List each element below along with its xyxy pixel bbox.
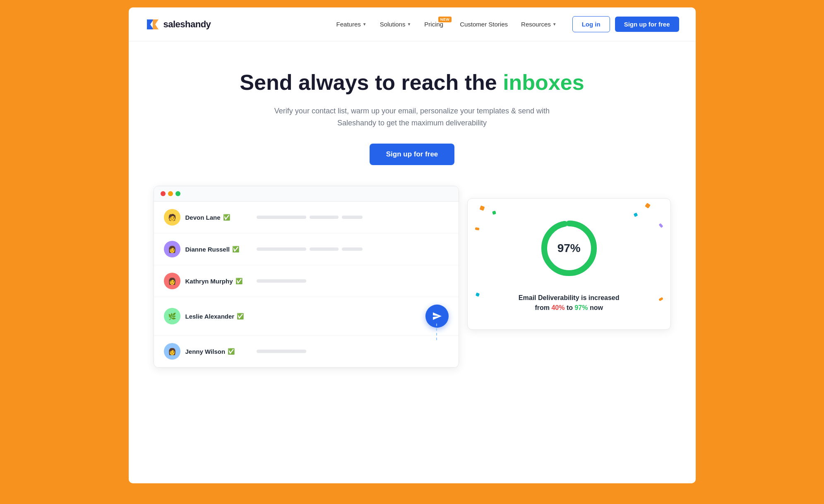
login-button[interactable]: Log in: [572, 16, 610, 32]
avatar: 👩: [164, 241, 180, 257]
titlebar-dot-green: [175, 191, 180, 196]
info-bar: [310, 216, 339, 219]
contact-row: 👩 Jenny Wilson ✅: [154, 336, 459, 367]
stats-description: Email Deliverability is increased from 4…: [519, 293, 620, 313]
new-badge: NEW: [438, 17, 452, 22]
page-wrapper: saleshandy Features ▼ Solutions ▼ Pricin…: [129, 7, 696, 483]
chevron-down-icon: ▼: [553, 22, 557, 26]
verified-icon: ✅: [223, 214, 230, 221]
avatar: 🌿: [164, 308, 180, 324]
dashed-line: [436, 324, 437, 340]
signup-button-nav[interactable]: Sign up for free: [615, 17, 679, 32]
avatar: 👩: [164, 343, 180, 360]
contact-info-bars: [257, 350, 449, 353]
to-percentage: 97%: [574, 304, 588, 311]
info-bar: [342, 216, 363, 219]
contact-info-bars: [257, 279, 449, 283]
verified-icon: ✅: [235, 278, 243, 284]
contact-name: Jenny Wilson ✅: [185, 348, 252, 355]
hero-section: Send always to reach the inboxes Verify …: [129, 41, 696, 186]
nav-item-features[interactable]: Features ▼: [331, 17, 372, 31]
svg-marker-0: [147, 19, 154, 29]
chevron-down-icon: ▼: [407, 22, 411, 26]
titlebar-dot-yellow: [168, 191, 173, 196]
contact-name: Kathryn Murphy ✅: [185, 278, 252, 285]
contact-row: 👩 Kathryn Murphy ✅: [154, 265, 459, 297]
avatar: 🧑: [164, 209, 180, 226]
contact-list: 🧑 Devon Lane ✅ 👩 Dianne Russel: [154, 202, 459, 367]
donut-center-text: 97%: [557, 242, 581, 255]
signup-button-hero[interactable]: Sign up for free: [370, 144, 455, 165]
donut-chart: 97%: [536, 215, 602, 281]
avatar: 👩: [164, 273, 180, 289]
app-mockup: 🧑 Devon Lane ✅ 👩 Dianne Russel: [154, 186, 459, 368]
contact-name: Dianne Russell ✅: [185, 246, 252, 253]
contact-info-bars: [257, 305, 449, 328]
contact-info-bars: [257, 216, 449, 219]
contact-row: 🧑 Devon Lane ✅: [154, 202, 459, 233]
navbar: saleshandy Features ▼ Solutions ▼ Pricin…: [129, 7, 696, 41]
confetti: [645, 203, 651, 209]
info-bar: [342, 247, 363, 251]
svg-marker-1: [153, 19, 159, 29]
titlebar-dot-red: [161, 191, 166, 196]
send-fab-button[interactable]: [425, 305, 449, 328]
confetti: [475, 228, 479, 231]
verified-icon: ✅: [232, 246, 239, 252]
contact-name: Devon Lane ✅: [185, 214, 252, 221]
confetti: [480, 206, 485, 211]
nav-buttons: Log in Sign up for free: [572, 16, 679, 32]
verified-icon: ✅: [228, 348, 235, 355]
contact-info-bars: [257, 247, 449, 251]
hero-subtext: Verify your contact list, warm up your e…: [271, 105, 553, 129]
logo-icon: [145, 17, 160, 32]
info-bar: [257, 216, 306, 219]
nav-links: Features ▼ Solutions ▼ Pricing NEW Custo…: [331, 17, 562, 31]
confetti: [633, 213, 638, 217]
hero-headline: Send always to reach the inboxes: [145, 70, 679, 95]
info-bar: [310, 247, 339, 251]
logo-text: saleshandy: [163, 19, 211, 30]
chevron-down-icon: ▼: [363, 22, 367, 26]
confetti: [658, 297, 663, 301]
confetti: [492, 211, 496, 215]
contact-row: 🌿 Leslie Alexander ✅: [154, 297, 459, 336]
nav-item-resources[interactable]: Resources ▼: [515, 17, 562, 31]
demo-section: 🧑 Devon Lane ✅ 👩 Dianne Russel: [129, 186, 696, 393]
nav-item-pricing[interactable]: Pricing NEW: [418, 17, 452, 31]
nav-item-solutions[interactable]: Solutions ▼: [374, 17, 417, 31]
send-button-container: [354, 305, 449, 328]
contact-row: 👩 Dianne Russell ✅: [154, 233, 459, 265]
verified-icon: ✅: [237, 313, 244, 319]
info-bar: [257, 350, 306, 353]
info-bar: [257, 279, 306, 283]
nav-item-customer-stories[interactable]: Customer Stories: [454, 17, 514, 31]
from-percentage: 40%: [551, 304, 565, 311]
confetti: [658, 223, 663, 228]
contact-name: Leslie Alexander ✅: [185, 313, 252, 320]
app-titlebar: [154, 186, 459, 202]
stats-card: 97% Email Deliverability is increased fr…: [467, 198, 671, 330]
info-bar: [257, 247, 306, 251]
confetti: [476, 293, 480, 297]
logo[interactable]: saleshandy: [145, 17, 211, 32]
send-icon: [432, 311, 442, 321]
